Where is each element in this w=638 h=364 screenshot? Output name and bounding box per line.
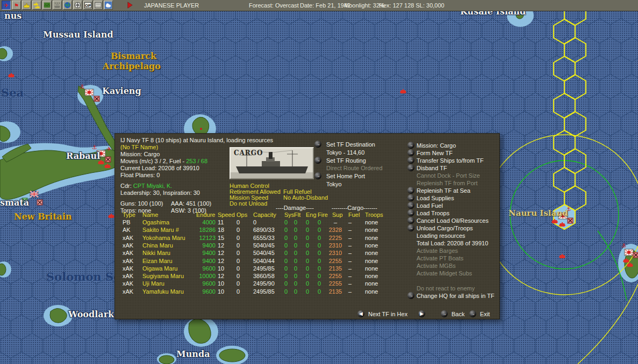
action-replenish-tf-at-sea[interactable]: Replenish TF at Sea — [417, 187, 470, 194]
tf-name[interactable]: (No TF Name) — [120, 144, 158, 150]
action-load-troops[interactable]: Load Troops — [417, 210, 449, 216]
next-tf-button[interactable]: ▶ — [418, 310, 425, 317]
action-disband-tf-arrow-icon[interactable]: → — [407, 164, 414, 171]
ship-6-flt: 0 — [294, 265, 297, 272]
action-activate-pt-boats: Activate PT Boats — [417, 255, 463, 261]
prev-tf-button[interactable]: ◀ — [357, 310, 364, 317]
ship-7-flt: 0 — [294, 273, 297, 279]
ship-3-fuel: – — [348, 242, 352, 249]
aircraft-icon[interactable]: ✈ — [2, 1, 11, 10]
ship-8-sup: 2255 — [324, 280, 347, 287]
map-label-archipelago: Archipelago — [103, 61, 161, 71]
tf-commander[interactable]: Cdr: CPT Miyaki, K. — [120, 183, 172, 189]
action-load-troops-arrow-icon[interactable]: → — [407, 209, 414, 216]
nav-set-home-port[interactable]: Set Home Port — [326, 173, 365, 179]
ship-0-troops: none — [365, 219, 378, 225]
ship-0-flt: 0 — [294, 219, 297, 225]
ship-9-name[interactable]: Yamafuku Maru — [142, 288, 184, 295]
action-transfer-ships-to-from-tf-arrow-icon[interactable]: → — [407, 157, 414, 164]
ship-icon[interactable] — [22, 1, 31, 10]
col-header-eng: Eng — [306, 212, 317, 218]
locate-icon[interactable] — [73, 1, 82, 10]
fuel-value: 253 / 68 — [186, 158, 207, 164]
port-icon[interactable] — [53, 1, 62, 10]
action-total-load-20208-of-39910: Total Load: 20208 of 39910 — [417, 240, 488, 246]
nav-set-tf-destination-arrow-icon[interactable]: → — [314, 141, 321, 148]
action-change-hq-for-all-ships-in-tf[interactable]: Change HQ for all ships in TF — [417, 293, 494, 299]
col-header-name: Name — [142, 212, 158, 218]
action-replenish-tf-at-sea-arrow-icon[interactable]: → — [407, 187, 414, 194]
map-label-nauru-island: Nauru Island — [508, 208, 568, 218]
ship-1-flt: 0 — [294, 227, 297, 233]
ship-8-eng: 0 — [306, 280, 309, 287]
ship-9-type: xAK — [123, 288, 133, 295]
ship-6-fire: 0 — [318, 265, 321, 272]
nav-set-tf-routing-arrow-icon[interactable]: → — [314, 157, 321, 164]
ship-7-speed: 12 — [218, 273, 224, 279]
ship-7-fire: 0 — [318, 273, 321, 279]
back-button[interactable]: Back — [451, 311, 464, 317]
ship-3-name[interactable]: China Maru — [142, 242, 173, 249]
task-force-icon[interactable] — [32, 1, 41, 10]
ship-0-name[interactable]: Ogashima — [142, 219, 169, 225]
ship-6-eng: 0 — [306, 265, 309, 272]
weather-icon[interactable] — [104, 1, 113, 10]
ship-4-flt: 0 — [294, 250, 297, 256]
ship-2-name[interactable]: Yokohama Maru — [142, 235, 185, 241]
action-cancel-load-oil-resources-arrow-icon[interactable]: → — [407, 217, 414, 224]
action-load-fuel-arrow-icon[interactable]: → — [407, 202, 414, 209]
nav-set-tf-destination[interactable]: Set TF Destination — [326, 141, 375, 148]
col-header-sup: Sup — [332, 212, 343, 218]
exit-arrow-icon[interactable]: → — [469, 310, 476, 317]
back-arrow-icon[interactable]: → — [441, 310, 448, 317]
ship-6-name[interactable]: Oigawa Maru — [142, 265, 177, 272]
action-form-new-tf[interactable]: Form New TF — [417, 150, 453, 156]
action-unload-cargo-troops[interactable]: Unload Cargo/Troops — [417, 225, 473, 231]
action-transfer-ships-to-from-tf[interactable]: Transfer Ships to/from TF — [417, 157, 484, 164]
ship-8-name[interactable]: Uji Maru — [142, 280, 164, 287]
japanese-base-flag[interactable] — [625, 249, 633, 256]
exit-button[interactable]: Exit — [480, 311, 490, 317]
action-load-supplies-arrow-icon[interactable]: → — [407, 194, 414, 201]
ship-7-name[interactable]: Sugiyama Maru — [142, 273, 184, 279]
action-mission-cargo-arrow-icon[interactable]: → — [407, 142, 414, 149]
nav-set-home-port-arrow-icon[interactable]: → — [314, 172, 321, 179]
next-tf-label[interactable]: Next TF in Hex — [368, 311, 407, 317]
ship-4-name[interactable]: Nikki Maru — [142, 250, 170, 256]
ship-3-endure: 9400 — [189, 242, 216, 249]
flag-disband[interactable]: No Auto-Disband — [283, 194, 328, 201]
ship-4-endure: 9400 — [189, 250, 216, 256]
anchor-icon: ⚓ — [621, 242, 627, 249]
ship-4-speed: 12 — [218, 250, 224, 256]
action-change-hq-for-all-ships-in-tf-arrow-icon[interactable]: → — [407, 292, 414, 299]
ship-2-sys: 0 — [284, 235, 288, 241]
ship-7-endure: 10000 — [189, 273, 216, 279]
action-unload-cargo-troops-arrow-icon[interactable]: → — [407, 224, 414, 231]
ship-8-sys: 0 — [284, 280, 288, 287]
ship-8-troops: none — [365, 280, 378, 287]
ship-5-name[interactable]: Eizan Maru — [142, 258, 173, 264]
action-load-fuel[interactable]: Load Fuel — [417, 202, 443, 209]
ship-0-eng: 0 — [306, 219, 309, 225]
ground-units-icon[interactable] — [42, 1, 52, 10]
action-form-new-tf-arrow-icon[interactable]: → — [407, 149, 414, 156]
japanese-base-flag[interactable] — [85, 89, 94, 96]
report-icon[interactable] — [94, 1, 103, 10]
action-disband-tf[interactable]: Disband TF — [417, 165, 447, 171]
flag-icon[interactable]: ⚑ — [12, 1, 21, 10]
allied-base-flag[interactable] — [30, 191, 38, 197]
ship-1-type: AK — [123, 227, 131, 233]
ship-1-name[interactable]: Sakito Maru # — [142, 227, 179, 233]
ship-3-troops: none — [365, 242, 378, 249]
tf-mission: Mission: Cargo — [120, 151, 160, 157]
flag-unload[interactable]: Do not Unload — [230, 200, 267, 207]
action-load-supplies[interactable]: Load Supplies — [417, 195, 454, 201]
globe-icon[interactable] — [63, 1, 72, 10]
commander-name: CPT Miyaki, K. — [133, 183, 173, 189]
next-turn-icon[interactable] — [125, 1, 134, 10]
operations-icon[interactable]: OP — [83, 1, 92, 10]
ship-4-sup: 2310 — [324, 250, 347, 256]
action-mission-cargo[interactable]: Mission: Cargo — [417, 142, 456, 149]
nav-set-tf-routing[interactable]: Set TF Routing — [326, 157, 366, 164]
action-cancel-load-oil-resources[interactable]: Cancel Load Oil/Resources — [417, 217, 489, 224]
